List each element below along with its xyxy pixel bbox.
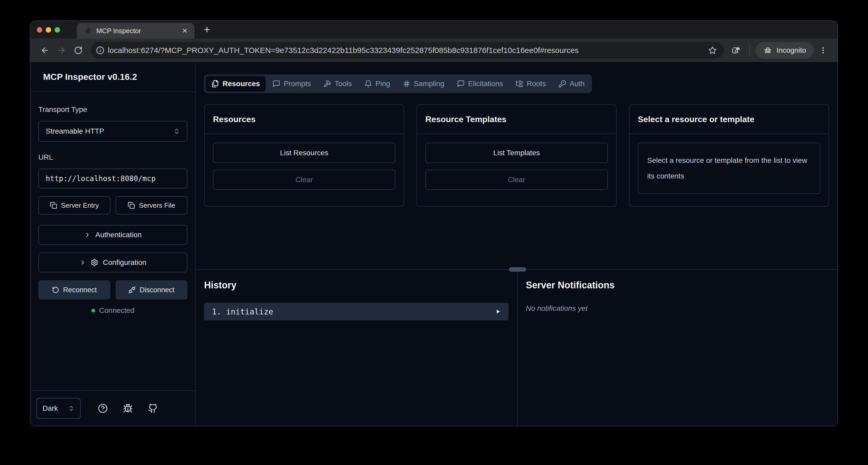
hammer-icon — [323, 80, 331, 88]
tab-label: Roots — [527, 80, 546, 88]
browser-tabstrip: MCP Inspector ✕ + — [31, 21, 837, 39]
back-icon[interactable] — [37, 43, 53, 58]
history-pane: History 1. initialize — [196, 270, 518, 426]
theme-value: Dark — [42, 404, 58, 412]
bookmark-star-icon[interactable] — [705, 43, 720, 58]
sidebar-content: Transport Type Streamable HTTP URL Serve… — [31, 92, 195, 391]
servers-file-button[interactable]: Servers File — [116, 196, 188, 215]
configuration-toggle[interactable]: Configuration — [38, 253, 187, 272]
history-title: History — [204, 280, 509, 291]
transport-type-label: Transport Type — [38, 105, 187, 114]
tab-sampling[interactable]: Sampling — [397, 76, 450, 92]
server-entry-button[interactable]: Server Entry — [38, 196, 111, 215]
disconnect-button[interactable]: Disconnect — [116, 280, 188, 300]
tab-title: MCP Inspector — [96, 27, 177, 35]
notifications-empty-message: No notifications yet — [526, 304, 829, 313]
clear-resources-button[interactable]: Clear — [213, 169, 395, 190]
reconnect-button[interactable]: Reconnect — [38, 280, 111, 300]
list-templates-button[interactable]: List Templates — [425, 143, 608, 163]
chevrons-up-down-icon — [68, 405, 74, 411]
folder-tree-icon — [516, 80, 523, 88]
server-entry-label: Server Entry — [61, 202, 99, 210]
close-tab-icon[interactable]: ✕ — [182, 27, 188, 35]
reload-icon[interactable] — [71, 43, 86, 58]
authentication-toggle[interactable]: Authentication — [38, 225, 187, 245]
key-icon — [558, 80, 566, 88]
main-content: Resources Prompts Tools — [196, 62, 837, 426]
github-icon[interactable] — [148, 403, 158, 413]
minimize-window-button[interactable] — [46, 27, 51, 33]
splitter-drag-handle[interactable] — [509, 267, 526, 272]
browser-menu-icon[interactable] — [815, 43, 831, 58]
server-notifications-pane: Server Notifications No notifications ye… — [518, 270, 837, 426]
incognito-label: Incognito — [776, 46, 806, 55]
files-icon — [211, 80, 219, 88]
tab-label: Resources — [223, 80, 260, 88]
browser-tab[interactable]: MCP Inspector ✕ — [77, 23, 194, 39]
browser-window: MCP Inspector ✕ + localhost:6274/?MCP_PR… — [31, 21, 837, 426]
connected-label: Connected — [99, 306, 134, 315]
message-square-icon — [457, 80, 465, 88]
server-notifications-title: Server Notifications — [526, 280, 829, 291]
server-url-input[interactable] — [38, 168, 187, 188]
clear-templates-button[interactable]: Clear — [425, 169, 608, 190]
chevrons-up-down-icon — [173, 128, 180, 135]
resource-templates-panel-title: Resource Templates — [417, 105, 616, 134]
sidebar: MCP Inspector v0.16.2 Transport Type Str… — [31, 62, 196, 426]
tab-roots[interactable]: Roots — [510, 76, 552, 92]
resource-templates-panel: Resource Templates List Templates Clear — [416, 104, 617, 207]
resources-panel-title: Resources — [205, 105, 404, 134]
tab-prompts[interactable]: Prompts — [267, 76, 316, 92]
mcp-logo-icon — [84, 27, 92, 35]
resources-panel: Resources List Resources Clear — [204, 104, 404, 207]
tab-ping[interactable]: Ping — [359, 76, 396, 92]
bug-icon[interactable] — [123, 403, 133, 413]
servers-file-label: Servers File — [139, 202, 175, 210]
expand-triangle-icon[interactable] — [495, 309, 501, 314]
url-text[interactable]: localhost:6274/?MCP_PROXY_AUTH_TOKEN=9e7… — [108, 46, 705, 55]
chevron-right-icon — [84, 231, 91, 238]
list-resources-button[interactable]: List Resources — [213, 143, 395, 163]
reconnect-label: Reconnect — [63, 286, 97, 294]
bell-icon — [364, 80, 372, 88]
bottom-section: History 1. initialize Server Notificatio… — [196, 269, 837, 426]
tab-label: Ping — [376, 80, 390, 88]
history-item[interactable]: 1. initialize — [204, 303, 509, 320]
unplug-icon — [128, 286, 136, 293]
tab-elicitations[interactable]: Elicitations — [451, 76, 509, 92]
transport-type-select[interactable]: Streamable HTTP — [38, 121, 187, 142]
help-icon[interactable] — [98, 403, 108, 413]
mcp-inspector-app: MCP Inspector v0.16.2 Transport Type Str… — [31, 62, 837, 426]
traffic-lights — [37, 27, 60, 33]
tab-resources[interactable]: Resources — [206, 76, 266, 92]
message-square-icon — [273, 80, 280, 88]
sidebar-footer: Dark — [31, 391, 195, 426]
new-tab-button[interactable]: + — [199, 23, 214, 37]
theme-select[interactable]: Dark — [36, 398, 81, 419]
copy-icon — [50, 202, 57, 209]
site-info-icon[interactable] — [93, 43, 108, 58]
incognito-icon — [763, 46, 772, 55]
close-window-button[interactable] — [37, 27, 42, 33]
tab-tools[interactable]: Tools — [318, 76, 357, 92]
tab-label: Elicitations — [468, 80, 503, 88]
tab-auth[interactable]: Auth — [553, 76, 591, 92]
authentication-label: Authentication — [95, 231, 142, 239]
tab-label: Prompts — [284, 80, 311, 88]
gear-icon — [91, 258, 98, 267]
viewer-placeholder: Select a resource or template from the l… — [638, 143, 820, 194]
zoom-window-button[interactable] — [55, 27, 60, 33]
app-title: MCP Inspector v0.16.2 — [31, 62, 195, 92]
browser-toolbar: localhost:6274/?MCP_PROXY_AUTH_TOKEN=9e7… — [31, 39, 837, 62]
url-label: URL — [38, 153, 187, 161]
disconnect-label: Disconnect — [140, 286, 175, 294]
rotate-ccw-icon — [52, 286, 59, 293]
tab-search-icon[interactable] — [728, 43, 744, 58]
address-bar[interactable]: localhost:6274/?MCP_PROXY_AUTH_TOKEN=9e7… — [91, 42, 724, 59]
toolbar-divider — [749, 45, 750, 56]
history-item-label: 1. initialize — [212, 307, 273, 316]
forward-icon[interactable] — [54, 43, 69, 58]
resource-viewer-panel: Select a resource or template Select a r… — [629, 104, 829, 207]
hash-icon — [403, 80, 410, 88]
connected-dot — [91, 309, 95, 313]
